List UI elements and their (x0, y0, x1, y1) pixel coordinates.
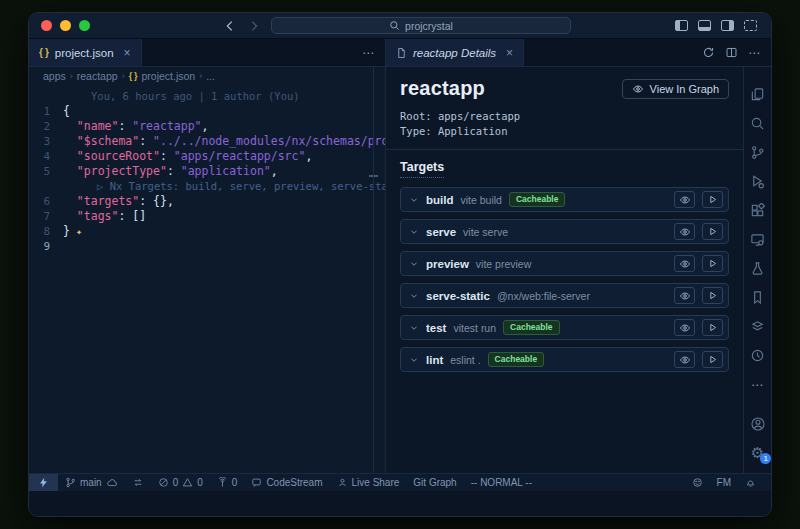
customize-layout-icon[interactable] (744, 20, 757, 31)
close-tab-icon[interactable]: × (124, 46, 131, 60)
extensions-icon[interactable] (744, 196, 771, 225)
status-bar: main 0 0 0 CodeStream Live Share Git Gra… (29, 473, 771, 491)
chevron-down-icon[interactable] (409, 195, 419, 205)
toggle-secondary-sidebar-icon[interactable] (721, 20, 734, 31)
breadcrumb-item[interactable]: ... (206, 70, 215, 82)
code-line[interactable]: ▷ Nx Targets: build, serve, preview, ser… (29, 179, 385, 194)
git-branch-status[interactable]: main (58, 474, 125, 491)
tab-bar: { } project.json × ⋯ reactapp Details × … (29, 39, 771, 67)
chevron-down-icon[interactable] (409, 323, 419, 333)
search-icon[interactable] (744, 109, 771, 138)
live-share-status[interactable]: Live Share (330, 474, 407, 491)
chevron-down-icon[interactable] (409, 259, 419, 269)
chevron-down-icon[interactable] (409, 355, 419, 365)
code-line[interactable]: 3 "$schema": "../../node_modules/nx/sche… (29, 134, 385, 149)
view-target-button[interactable] (674, 351, 695, 368)
feedback-status[interactable] (685, 474, 710, 491)
target-command: vitest run (453, 322, 496, 334)
ports-status[interactable]: 0 (210, 474, 245, 491)
target-row-test[interactable]: testvitest runCacheable (400, 315, 729, 340)
breadcrumb-item[interactable]: reactapp (77, 70, 118, 82)
code-line[interactable]: You, 6 hours ago | 1 author (You) (29, 89, 385, 104)
codestream-status[interactable]: CodeStream (244, 474, 329, 491)
code-line[interactable]: 5 "projectType": "application", (29, 164, 385, 179)
remote-explorer-icon[interactable] (744, 225, 771, 254)
target-row-serve[interactable]: servevite serve (400, 219, 729, 244)
nx-project-details-panel: reactapp View In Graph Root: apps/reacta… (385, 67, 743, 473)
target-row-preview[interactable]: previewvite preview (400, 251, 729, 276)
compare-changes[interactable] (125, 474, 151, 491)
fm-status[interactable]: FM (710, 474, 738, 491)
code-line[interactable]: 6 "targets": {}, (29, 194, 385, 209)
breadcrumb-item[interactable]: apps (43, 70, 66, 82)
chevron-down-icon[interactable] (409, 291, 419, 301)
notifications-status[interactable] (738, 474, 763, 491)
more-views-icon[interactable]: ⋯ (744, 370, 771, 399)
view-target-button[interactable] (674, 319, 695, 336)
code-editor[interactable]: apps› reactapp› { } project.json› ... Yo… (29, 67, 385, 473)
toggle-sidebar-icon[interactable] (675, 20, 688, 31)
maximize-window-button[interactable] (79, 20, 90, 31)
close-tab-icon[interactable]: × (506, 46, 513, 60)
run-target-button[interactable] (702, 287, 723, 304)
test-beaker-icon[interactable] (744, 254, 771, 283)
timeline-icon[interactable] (744, 341, 771, 370)
nx-targets-codelens[interactable]: ▷ Nx Targets: build, serve, preview, ser… (63, 179, 385, 194)
run-target-button[interactable] (702, 319, 723, 336)
vim-mode-indicator[interactable]: -- NORMAL -- (464, 474, 539, 491)
close-window-button[interactable] (41, 20, 52, 31)
ports-count: 0 (232, 477, 238, 488)
view-target-button[interactable] (674, 255, 695, 272)
run-target-button[interactable] (702, 255, 723, 272)
run-target-button[interactable] (702, 191, 723, 208)
line-number: 2 (29, 119, 63, 134)
target-row-build[interactable]: buildvite buildCacheable (400, 187, 729, 212)
forward-icon[interactable] (247, 19, 261, 33)
git-graph-status[interactable]: Git Graph (406, 474, 463, 491)
nx-console-icon[interactable] (744, 312, 771, 341)
feedback-smiley-icon (692, 477, 703, 488)
code-line[interactable]: 2 "name": "reactapp", (29, 119, 385, 134)
code-line[interactable]: 1{ (29, 104, 385, 119)
line-number: 8 (29, 224, 63, 239)
back-icon[interactable] (223, 19, 237, 33)
refresh-icon[interactable] (702, 46, 715, 59)
explorer-icon[interactable] (744, 80, 771, 109)
view-target-button[interactable] (674, 191, 695, 208)
search-box[interactable]: projcrystal (271, 17, 571, 34)
chevron-down-icon[interactable] (409, 227, 419, 237)
view-in-graph-button[interactable]: View In Graph (622, 79, 730, 99)
warning-count: 0 (197, 477, 203, 488)
minimize-window-button[interactable] (60, 20, 71, 31)
view-target-button[interactable] (674, 223, 695, 240)
split-editor-icon[interactable] (725, 46, 738, 59)
problems-status[interactable]: 0 0 (151, 474, 210, 491)
tab-reactapp-details[interactable]: reactapp Details × (386, 39, 524, 66)
code-line[interactable]: 9 (29, 239, 385, 254)
run-target-button[interactable] (702, 351, 723, 368)
tab-project-json[interactable]: { } project.json × (29, 39, 142, 66)
account-icon[interactable] (744, 409, 771, 438)
view-target-button[interactable] (674, 287, 695, 304)
editor-actions-more-icon[interactable]: ⋯ (748, 46, 761, 60)
project-meta: Root: apps/reactapp Type: Application (400, 109, 729, 139)
type-label: Type: (400, 125, 432, 137)
remote-indicator[interactable] (29, 474, 58, 491)
search-label: projcrystal (405, 20, 453, 32)
code-line[interactable]: 4 "sourceRoot": "apps/reactapp/src", (29, 149, 385, 164)
toggle-panel-icon[interactable] (698, 20, 711, 31)
target-row-lint[interactable]: linteslint .Cacheable (400, 347, 729, 372)
code-line[interactable]: 8} ✦ (29, 224, 385, 239)
breadcrumb-item[interactable]: project.json (141, 70, 195, 82)
source-control-icon[interactable] (744, 138, 771, 167)
run-target-button[interactable] (702, 223, 723, 240)
project-title: reactapp (400, 77, 485, 100)
bookmarks-icon[interactable] (744, 283, 771, 312)
code-line[interactable]: 7 "tags": [] (29, 209, 385, 224)
run-debug-icon[interactable] (744, 167, 771, 196)
target-row-serve-static[interactable]: serve-static@nx/web:file-server (400, 283, 729, 308)
code-text: "$schema": "../../node_modules/nx/schema… (63, 134, 385, 149)
line-number (29, 179, 63, 194)
settings-gear-icon[interactable]: ⚙1 (744, 438, 771, 467)
editor-actions-more-icon[interactable]: ⋯ (362, 46, 375, 60)
